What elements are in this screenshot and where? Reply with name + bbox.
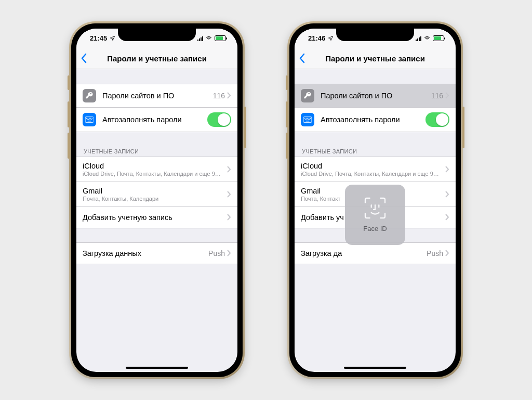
signal-icon	[416, 36, 421, 41]
fetch-row[interactable]: Загрузка да Push	[295, 242, 456, 264]
chevron-right-icon	[445, 92, 449, 99]
wifi-icon	[205, 35, 212, 41]
faceid-popup: Face ID	[345, 185, 405, 245]
passwords-row[interactable]: Пароли сайтов и ПО 116	[295, 84, 456, 108]
status-time: 21:46	[308, 34, 325, 42]
svg-rect-13	[306, 118, 307, 118]
autofill-label: Автозаполнять пароли	[102, 115, 207, 124]
passwords-label: Пароли сайтов и ПО	[102, 92, 213, 100]
wifi-icon	[423, 35, 431, 41]
chevron-right-icon	[227, 92, 231, 99]
svg-rect-21	[306, 121, 310, 121]
account-detail: iCloud Drive, Почта, Контакты, Календари…	[83, 171, 227, 177]
chevron-right-icon	[227, 250, 231, 256]
account-detail: iCloud Drive, Почта, Контакты, Календари…	[301, 171, 445, 177]
svg-rect-9	[91, 119, 91, 120]
chevron-right-icon	[445, 214, 449, 221]
svg-rect-3	[89, 118, 89, 118]
passwords-count: 116	[431, 92, 443, 100]
chevron-right-icon	[445, 250, 449, 256]
account-detail: Почта, Контакты, Календари	[83, 196, 227, 202]
faceid-icon	[364, 197, 387, 220]
keyboard-icon	[83, 113, 96, 126]
svg-rect-12	[304, 118, 305, 118]
svg-rect-1	[86, 118, 87, 118]
nav-bar: Пароли и учетные записи	[76, 48, 237, 69]
accounts-header: УЧЕТНЫЕ ЗАПИСИ	[76, 146, 237, 157]
page-title: Пароли и учетные записи	[295, 54, 456, 63]
svg-rect-18	[307, 119, 307, 120]
key-icon	[301, 89, 314, 102]
fetch-row[interactable]: Загрузка данных Push	[76, 242, 237, 264]
fetch-value: Push	[427, 249, 443, 257]
account-row-gmail[interactable]: Gmail Почта, Контакты, Календари	[76, 182, 237, 207]
fetch-label: Загрузка данных	[83, 249, 208, 257]
passwords-count: 116	[213, 92, 225, 100]
home-indicator[interactable]	[344, 367, 406, 369]
key-icon	[83, 89, 96, 102]
add-account-row[interactable]: Добавить учетную запись	[76, 207, 237, 228]
svg-rect-17	[305, 119, 305, 120]
page-title: Пароли и учетные записи	[76, 54, 237, 63]
autofill-toggle[interactable]	[425, 112, 449, 127]
accounts-header: УЧЕТНЫЕ ЗАПИСИ	[295, 146, 456, 157]
svg-rect-14	[307, 118, 308, 118]
chevron-right-icon	[445, 166, 449, 173]
fetch-value: Push	[208, 249, 225, 257]
battery-icon	[215, 35, 226, 41]
svg-rect-19	[308, 119, 309, 120]
autofill-toggle[interactable]	[207, 112, 231, 127]
account-title: iCloud	[83, 162, 227, 170]
passwords-label: Пароли сайтов и ПО	[321, 92, 431, 100]
svg-rect-16	[310, 118, 311, 118]
back-button[interactable]	[81, 53, 88, 63]
svg-rect-2	[88, 118, 88, 118]
svg-rect-5	[92, 118, 92, 118]
fetch-label: Загрузка да	[301, 249, 427, 257]
account-title: Gmail	[83, 187, 227, 195]
account-row-icloud[interactable]: iCloud iCloud Drive, Почта, Контакты, Ка…	[76, 157, 237, 182]
location-icon	[110, 35, 115, 41]
status-time: 21:45	[90, 34, 107, 42]
chevron-right-icon	[227, 166, 231, 173]
add-account-label: Добавить учетную запись	[83, 213, 227, 222]
phone-right: 21:46 Пароли и учетные записи Пароли сай…	[289, 23, 461, 377]
faceid-label: Face ID	[363, 225, 387, 233]
svg-rect-0	[85, 117, 94, 122]
svg-rect-10	[88, 121, 91, 121]
battery-icon	[433, 35, 444, 41]
svg-rect-7	[88, 119, 89, 120]
notch	[336, 29, 414, 41]
svg-rect-11	[303, 117, 312, 122]
back-button[interactable]	[299, 53, 306, 63]
chevron-right-icon	[227, 214, 231, 221]
signal-icon	[197, 36, 203, 41]
phone-left: 21:45 Пароли и учетные записи Пароли сай…	[71, 23, 243, 377]
notch	[118, 29, 196, 41]
account-title: iCloud	[301, 162, 445, 170]
passwords-row[interactable]: Пароли сайтов и ПО 116	[76, 84, 237, 108]
svg-rect-15	[309, 118, 309, 118]
svg-rect-4	[90, 118, 91, 118]
chevron-right-icon	[445, 191, 449, 198]
nav-bar: Пароли и учетные записи	[295, 48, 456, 69]
svg-rect-20	[309, 119, 310, 120]
autofill-row[interactable]: Автозаполнять пароли	[76, 107, 237, 132]
svg-rect-6	[87, 119, 87, 120]
account-row-icloud[interactable]: iCloud iCloud Drive, Почта, Контакты, Ка…	[295, 157, 456, 182]
keyboard-icon	[301, 113, 314, 126]
chevron-right-icon	[227, 191, 231, 198]
autofill-row[interactable]: Автозаполнять пароли	[295, 107, 456, 132]
autofill-label: Автозаполнять пароли	[321, 115, 425, 124]
home-indicator[interactable]	[126, 367, 188, 369]
svg-rect-8	[90, 119, 90, 120]
location-icon	[328, 35, 334, 41]
